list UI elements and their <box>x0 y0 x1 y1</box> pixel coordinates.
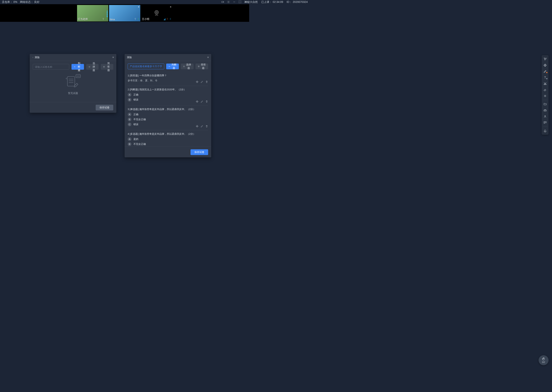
panel-title: 测验 <box>35 56 40 59</box>
network-status: 网络状态：良好 <box>20 0 39 4</box>
mic-icon <box>169 18 172 21</box>
quiz-name-input[interactable] <box>33 64 69 70</box>
short-answer-button[interactable]: 简答题 <box>101 64 113 70</box>
option-letter: A <box>128 93 131 97</box>
move-icon[interactable] <box>196 80 199 84</box>
question-title: 3 [单选题] 施华洛世奇是反华品牌，所以梁鼎琪反华。（2分） <box>128 108 208 111</box>
video-tile-teacher[interactable]: 叮当老师 <box>77 5 108 21</box>
short-answer-button[interactable]: 简答题 <box>196 63 208 69</box>
edit-icon[interactable] <box>201 100 203 104</box>
panel-title: 测验 <box>127 56 132 59</box>
move-icon[interactable] <box>196 100 199 104</box>
svg-point-1 <box>228 1 229 2</box>
tile-close-icon[interactable]: × <box>138 5 139 8</box>
svg-rect-33 <box>198 66 199 67</box>
question-item: 3 [单选题] 施华洛世奇是反华品牌，所以梁鼎琪反华。（2分）A 正确B 不完全… <box>128 106 208 130</box>
choice-button[interactable]: 选择题 <box>86 64 99 70</box>
question-actions <box>196 125 208 128</box>
option-letter: C <box>128 123 131 126</box>
question-item: 1 [简答题] 一年四季分别是哪四季？参考答案：春、夏、秋、冬 <box>128 72 208 86</box>
svg-point-28 <box>77 76 77 76</box>
option-text: 错误 <box>133 98 138 101</box>
svg-rect-5 <box>106 18 107 19</box>
save-quiz-button[interactable]: 保存试卷 <box>190 149 208 155</box>
volume-bar <box>164 18 165 20</box>
svg-rect-6 <box>138 18 138 19</box>
option-text: 是的 <box>133 137 138 141</box>
camera-off-icon <box>152 9 161 18</box>
question-title: 1 [简答题] 一年四季分别是哪四季？ <box>128 74 208 77</box>
svg-point-29 <box>78 76 78 76</box>
question-item: 2 [判断题] 我国宪法上一次更新是在2020年。（2分）A 正确B 错误 <box>128 86 208 106</box>
trophy-icon <box>102 18 104 21</box>
judge-button[interactable]: 判断题 <box>72 64 84 70</box>
move-icon[interactable] <box>196 125 199 128</box>
option-text: 不完全正确 <box>133 118 146 121</box>
svg-point-7 <box>155 11 158 14</box>
trophy-icon <box>134 18 137 21</box>
video-row: 叮当老师 × Nina × 王小明 <box>0 4 249 22</box>
panel-close-icon[interactable]: × <box>112 56 114 59</box>
svg-rect-23 <box>67 77 75 86</box>
signal-icon <box>107 11 108 17</box>
option-letter: A <box>128 137 131 141</box>
svg-rect-0 <box>222 1 223 2</box>
save-quiz-button[interactable]: 保存试卷 <box>96 105 113 111</box>
question-option[interactable]: B 不完全正确 <box>128 118 208 121</box>
svg-rect-20 <box>103 66 104 67</box>
question-option[interactable]: B 不完全正确 <box>128 142 208 146</box>
empty-state: 暂无试题 <box>33 73 113 95</box>
delete-icon[interactable] <box>205 100 208 104</box>
empty-text: 暂无试题 <box>68 91 78 95</box>
option-letter: A <box>128 112 131 116</box>
option-text: 不完全正确 <box>133 142 146 146</box>
top-bar: 丢包率：0% 网络状态：良好 神秘大自然 已上课：02:34:09 ID：202… <box>0 0 249 4</box>
mic-icon <box>137 18 139 21</box>
question-option[interactable]: A 是的 <box>128 137 208 141</box>
quiz-name-tag: 产品说试卷名称最多十六个字 <box>128 63 164 69</box>
option-text: 正确 <box>133 93 138 97</box>
svg-point-31 <box>169 66 169 67</box>
choice-button[interactable]: 选择题 <box>181 63 193 69</box>
question-actions <box>196 100 208 104</box>
question-option[interactable]: A 正确 <box>128 93 208 97</box>
question-item: 4 [多选题] 施华洛世奇是反华品牌，所以梁鼎琪反华。（2分）A 是的B 不完全… <box>128 130 208 147</box>
quiz-panel-empty: 测验 × 判断题 选择题 简答题 <box>30 54 116 113</box>
trophy-icon <box>166 18 168 21</box>
judge-button[interactable]: 判断题 <box>166 63 179 69</box>
edit-icon[interactable] <box>201 80 203 84</box>
quiz-panel-filled: 测验 × 产品说试卷名称最多十六个字 判断题 选择题 简答题 1 [简答题] 一… <box>124 54 211 157</box>
tile-close-icon[interactable]: × <box>170 5 171 8</box>
svg-point-18 <box>74 66 75 67</box>
question-title: 2 [判断题] 我国宪法上一次更新是在2020年。（2分） <box>128 88 208 91</box>
option-text: 正确 <box>133 113 138 116</box>
svg-point-30 <box>79 76 79 76</box>
video-tile[interactable]: × Nina <box>109 5 140 21</box>
svg-rect-9 <box>170 18 171 19</box>
camera-toggle-icon[interactable] <box>221 0 224 4</box>
question-actions <box>196 80 208 84</box>
svg-point-8 <box>156 12 157 13</box>
packet-loss: 丢包率：0% <box>2 0 17 4</box>
lesson-title: 神秘大自然 <box>244 0 249 4</box>
mic-icon <box>105 18 108 21</box>
option-letter: B <box>128 142 131 146</box>
panel-close-icon[interactable]: × <box>207 56 209 59</box>
participant-name: Nina <box>110 18 115 21</box>
fullscreen-icon[interactable] <box>239 0 241 4</box>
option-letter: B <box>128 118 131 121</box>
minimize-icon[interactable] <box>233 0 236 4</box>
participant-name: 叮当老师 <box>78 17 88 21</box>
edit-icon[interactable] <box>201 125 203 128</box>
delete-icon[interactable] <box>205 125 208 128</box>
settings-icon[interactable] <box>227 0 230 4</box>
participant-name: 王小明 <box>142 17 149 21</box>
question-title: 4 [多选题] 施华洛世奇是反华品牌，所以梁鼎琪反华。（2分） <box>128 132 208 136</box>
video-tile[interactable]: × 王小明 <box>141 5 172 21</box>
option-text: 错误 <box>133 123 138 126</box>
back-button[interactable]: 测验 <box>32 56 40 59</box>
delete-icon[interactable] <box>205 80 208 84</box>
question-option[interactable]: A 正确 <box>128 112 208 116</box>
option-letter: B <box>128 98 131 102</box>
